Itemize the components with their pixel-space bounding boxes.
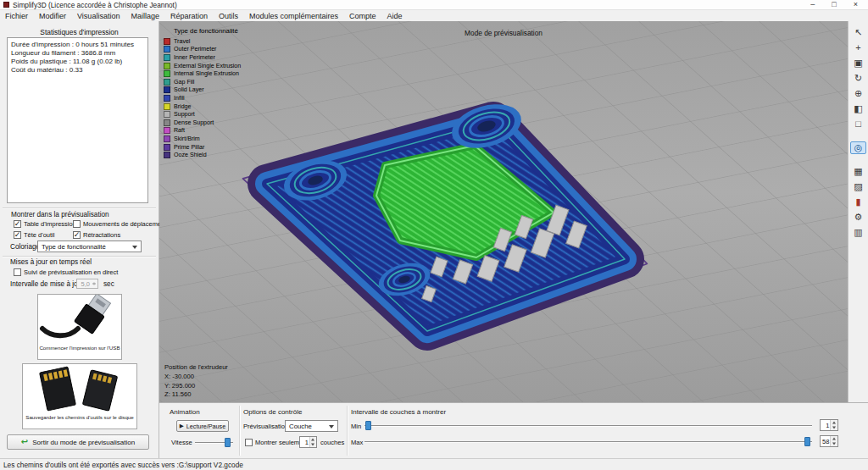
view-top-icon[interactable]: □ bbox=[850, 118, 866, 130]
spinner-arrows[interactable] bbox=[830, 420, 837, 430]
legend-label: Inner Perimeter bbox=[174, 54, 215, 61]
pan-tool-icon[interactable]: + bbox=[850, 41, 866, 54]
spin-down-icon[interactable] bbox=[831, 441, 837, 446]
maximize-button[interactable]: □ bbox=[832, 0, 836, 9]
legend-item: Outer Perimeter bbox=[164, 46, 241, 54]
window-controls: – □ × bbox=[810, 0, 865, 9]
simplify3d-window: Simplify3D (Licence accordée à Christoph… bbox=[0, 0, 868, 470]
legend-item: Bridge bbox=[164, 102, 241, 111]
stop-tool-icon[interactable]: ▮ bbox=[850, 196, 866, 208]
legend-swatch bbox=[164, 144, 170, 151]
control-options-title: Options de contrôle bbox=[243, 408, 302, 416]
titlebar: Simplify3D (Licence accordée à Christoph… bbox=[0, 0, 868, 10]
menu-modifier[interactable]: Modifier bbox=[39, 12, 66, 20]
menu-fichier[interactable]: Fichier bbox=[5, 12, 28, 20]
speed-slider[interactable] bbox=[195, 437, 233, 448]
legend-item: Internal Single Extrusion bbox=[164, 69, 241, 78]
checkbox-retractations[interactable]: ✓ Rétractations bbox=[73, 231, 120, 239]
divider bbox=[347, 406, 348, 456]
spin-down-icon[interactable] bbox=[831, 425, 837, 430]
menu-outils[interactable]: Outils bbox=[219, 12, 238, 20]
legend-label: Gap Fill bbox=[174, 79, 194, 86]
legend-label: Ooze Shield bbox=[174, 152, 207, 158]
extruder-x: X: -30.000 bbox=[164, 373, 228, 382]
checkbox-box bbox=[73, 220, 81, 228]
checkbox-mouvements-deplacement[interactable]: Mouvements de déplacement bbox=[73, 220, 166, 228]
coloring-label: Coloriage bbox=[10, 243, 40, 251]
slider-thumb[interactable] bbox=[365, 421, 371, 430]
checkbox-box: ✓ bbox=[14, 231, 21, 239]
max-layer-value: 58 bbox=[821, 436, 830, 446]
spinner-arrows[interactable] bbox=[309, 437, 316, 447]
save-toolpaths-button[interactable]: Sauvegarder les chemins d'outils sur le … bbox=[22, 363, 137, 429]
print-statistics: Durée d'impression : 0 hours 51 minutes … bbox=[7, 37, 148, 203]
sd-card-image bbox=[25, 364, 134, 413]
legend-item: Inner Perimeter bbox=[164, 53, 241, 62]
save-toolpaths-label: Sauvegarder les chemins d'outils sur le … bbox=[25, 414, 133, 420]
layer-range-title: Intervalle de couches à montrer bbox=[351, 408, 446, 416]
view-left-icon[interactable]: ◧ bbox=[850, 102, 866, 115]
legend-label: Skirt/Brim bbox=[174, 135, 200, 142]
legend-swatch bbox=[164, 54, 170, 61]
realtime-updates-title: Mises à jour en temps réel bbox=[10, 258, 92, 266]
update-interval-input[interactable]: 5,0 bbox=[76, 279, 98, 289]
status-message: Les chemins d'outils ont été exportés av… bbox=[3, 461, 243, 469]
stat-duration: Durée d'impression : 0 hours 51 minutes bbox=[11, 41, 144, 49]
update-interval-label: Intervalle de mise à jour bbox=[10, 280, 84, 288]
legend-label: External Single Extrusion bbox=[174, 63, 241, 69]
view-toolbar: ↖ + ▣ ↻ ⊕ ◧ □ ◎ ▦ ▨ ▮ ⚙ ▥ bbox=[848, 21, 868, 402]
slider-track[interactable] bbox=[364, 425, 812, 427]
checkbox-label: Mouvements de déplacement bbox=[83, 220, 166, 228]
min-layer-spinner[interactable]: 1 bbox=[820, 419, 838, 431]
checkbox-box bbox=[245, 439, 253, 446]
play-pause-button[interactable]: ▶ Lecture/Pause bbox=[176, 420, 229, 432]
mesh-view-icon[interactable]: ▨ bbox=[850, 180, 866, 193]
legend-swatch bbox=[164, 86, 170, 93]
layers-count-spinner[interactable]: 1 bbox=[299, 436, 317, 448]
max-layer-slider[interactable] bbox=[364, 436, 812, 447]
slider-thumb[interactable] bbox=[225, 438, 231, 447]
legend-label: Internal Single Extrusion bbox=[174, 70, 239, 77]
zoom-tool-icon[interactable]: ⊕ bbox=[850, 87, 866, 100]
menu-modules-complementaires[interactable]: Modules complémentaires bbox=[249, 12, 338, 20]
max-layer-spinner[interactable]: 58 bbox=[820, 435, 838, 447]
rotate-view-icon[interactable]: ↻ bbox=[850, 72, 866, 85]
build-plate-icon[interactable]: ▥ bbox=[850, 226, 866, 239]
coloring-select[interactable]: Type de fonctionnalité bbox=[37, 241, 142, 252]
preview-by-select[interactable]: Couche bbox=[285, 420, 338, 432]
menu-compte[interactable]: Compte bbox=[349, 12, 376, 20]
viewport-3d[interactable]: Mode de prévisualisation Type de fonctio… bbox=[159, 21, 848, 402]
extruder-position: Position de l'extrudeur X: -30.000 Y: 29… bbox=[164, 363, 228, 400]
legend-item: Support bbox=[164, 110, 241, 119]
spin-down-icon[interactable] bbox=[310, 442, 316, 447]
menu-maillage[interactable]: Maillage bbox=[131, 12, 159, 20]
min-layer-slider[interactable] bbox=[364, 420, 812, 431]
toolhead-tracking-icon[interactable]: ◎ bbox=[850, 141, 866, 154]
legend-swatch bbox=[164, 46, 170, 53]
legend-swatch bbox=[164, 127, 170, 134]
menu-aide[interactable]: Aide bbox=[387, 12, 403, 20]
checkbox-label: Tête d'outil bbox=[24, 231, 54, 239]
legend-item: External Single Extrusion bbox=[164, 62, 241, 70]
legend-item: Travel bbox=[164, 37, 241, 46]
minimize-button[interactable]: – bbox=[810, 0, 815, 9]
close-button[interactable]: × bbox=[854, 0, 858, 9]
checkbox-table-impression[interactable]: ✓ Table d'impression bbox=[14, 220, 76, 228]
slider-track[interactable] bbox=[364, 441, 812, 443]
window-title: Simplify3D (Licence accordée à Christoph… bbox=[13, 1, 177, 9]
menu-reparation[interactable]: Réparation bbox=[170, 12, 208, 20]
play-pause-icon: ▶ bbox=[180, 423, 184, 429]
preview-mode-label: Mode de prévisualisation bbox=[159, 29, 848, 37]
cross-section-icon[interactable]: ▦ bbox=[850, 165, 866, 178]
select-cursor-icon[interactable]: ↖ bbox=[850, 26, 866, 39]
settings-gear-icon[interactable]: ⚙ bbox=[850, 211, 866, 224]
menu-visualisation[interactable]: Visualisation bbox=[77, 12, 120, 20]
snapshot-icon[interactable]: ▣ bbox=[850, 57, 866, 69]
exit-preview-button[interactable]: ↩ Sortir du mode de prévisualisation bbox=[7, 434, 149, 450]
spinner-arrows[interactable] bbox=[830, 436, 837, 446]
usb-print-label: Commencer l'impression sur l'USB bbox=[39, 345, 120, 351]
checkbox-tete-outil[interactable]: ✓ Tête d'outil bbox=[14, 231, 54, 239]
usb-print-button[interactable]: Commencer l'impression sur l'USB bbox=[37, 294, 122, 360]
checkbox-suivi-direct[interactable]: Suivi de prévisualisation en direct bbox=[14, 268, 118, 276]
slider-thumb[interactable] bbox=[804, 437, 810, 446]
